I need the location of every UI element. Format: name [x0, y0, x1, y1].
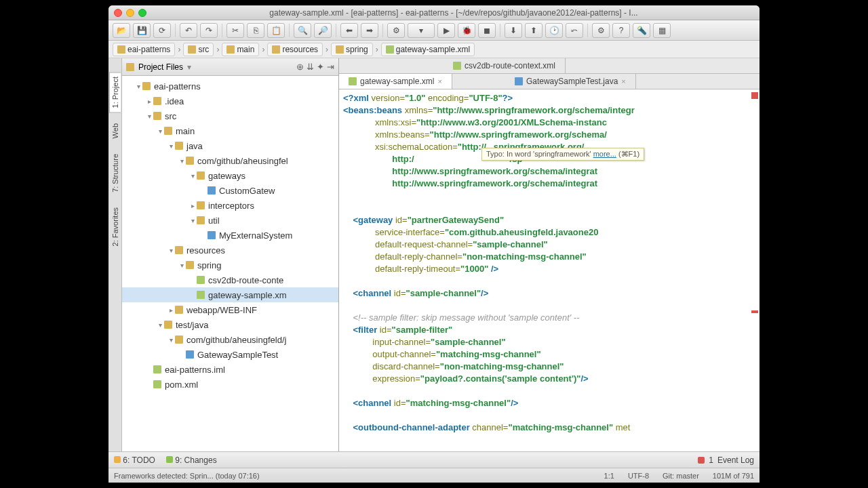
breadcrumb-item[interactable]: src	[183, 43, 214, 56]
close-tab-icon[interactable]: ×	[437, 77, 441, 85]
project-view-dropdown[interactable]: ▾	[187, 62, 191, 72]
open-file-icon[interactable]: 📂	[113, 23, 130, 38]
tree-twisty-icon[interactable]: ▾	[145, 113, 153, 120]
tree-row[interactable]: ▸.idea	[122, 94, 338, 108]
editor-tab[interactable]: csv2db-route-context.xml	[443, 58, 566, 73]
replace-icon[interactable]: 🔎	[314, 23, 332, 38]
status-frameworks[interactable]: Frameworks detected: Sprin... (today 07:…	[114, 472, 260, 480]
tree-row[interactable]: ▾com/github/aheusingfeld/j	[122, 332, 338, 347]
tree-row[interactable]: eai-patterns.iml	[122, 362, 338, 377]
tree-row[interactable]: ▾test/java	[122, 317, 338, 332]
run-config-dropdown[interactable]: ▾	[408, 23, 435, 38]
sync-icon[interactable]: ⟳	[153, 23, 171, 38]
tree-row[interactable]: ▾spring	[122, 258, 338, 272]
panel-settings-icon[interactable]: ✦	[317, 62, 324, 72]
tree-row[interactable]: ▸interceptors	[122, 198, 338, 213]
undo-icon[interactable]: ↶	[180, 23, 197, 38]
tree-row[interactable]: ▾java	[122, 138, 338, 153]
breadcrumb-item[interactable]: eai-patterns	[113, 43, 175, 56]
tree-twisty-icon[interactable]: ▾	[156, 321, 164, 329]
project-structure-icon[interactable]: ▦	[653, 23, 671, 38]
hide-panel-icon[interactable]: ⇥	[327, 62, 334, 72]
project-tree[interactable]: ▾eai-patterns▸.idea▾src▾main▾java▾com/gi…	[122, 76, 338, 451]
find-icon[interactable]: 🔍	[294, 23, 311, 38]
close-tab-icon[interactable]: ×	[621, 77, 625, 85]
tree-row[interactable]: ▾main	[122, 123, 338, 138]
locate-icon[interactable]: ⊕	[296, 62, 304, 72]
sidebar-tab-web[interactable]: Web	[110, 119, 121, 142]
tree-row[interactable]: ▸webapp/WEB-INF	[122, 302, 338, 317]
tree-twisty-icon[interactable]: ▾	[134, 83, 142, 90]
vcs-update-icon[interactable]: ⬇	[505, 23, 522, 38]
vcs-revert-icon[interactable]: ⤺	[566, 23, 583, 38]
copy-icon[interactable]: ⎘	[247, 23, 264, 38]
status-memory[interactable]: 101M of 791	[713, 472, 754, 480]
tree-row[interactable]: csv2db-route-conte	[122, 272, 338, 287]
tree-twisty-icon[interactable]: ▸	[167, 306, 175, 314]
sidebar-tab-project[interactable]: 1: Project	[109, 72, 121, 113]
tree-twisty-icon[interactable]: ▾	[156, 127, 164, 135]
hint-text: Typo: In word 'springframework'	[486, 150, 593, 158]
tree-row[interactable]: CustomGatew	[122, 183, 338, 198]
close-window-icon[interactable]	[114, 9, 122, 17]
hint-more-link[interactable]: more...	[593, 150, 616, 158]
tree-twisty-icon[interactable]: ▾	[178, 262, 186, 269]
run-icon[interactable]: ▶	[437, 23, 455, 38]
zoom-window-icon[interactable]	[138, 9, 146, 17]
collapse-all-icon[interactable]: ⇊	[307, 62, 314, 72]
tree-row[interactable]: ▾com/github/aheusingfel	[122, 153, 338, 168]
tree-twisty-icon[interactable]: ▸	[145, 98, 153, 105]
vcs-history-icon[interactable]: 🕑	[545, 23, 563, 38]
editor-tabs-upper: csv2db-route-context.xml	[339, 58, 760, 74]
error-stripe-marker[interactable]	[751, 92, 758, 99]
breadcrumb-item[interactable]: resources	[267, 43, 323, 56]
search-everywhere-icon[interactable]: 🔦	[633, 23, 650, 38]
breadcrumb-item[interactable]: gateway-sample.xml	[381, 43, 475, 56]
debug-icon[interactable]: 🐞	[458, 23, 475, 38]
tree-twisty-icon[interactable]: ▾	[167, 142, 175, 150]
redo-icon[interactable]: ↷	[200, 23, 218, 38]
status-caret-position[interactable]: 1:1	[604, 472, 614, 480]
sidebar-tab-structure[interactable]: 7: Structure	[110, 150, 121, 197]
code-editor[interactable]: <?xml version="1.0" encoding="UTF-8"?><b…	[339, 89, 760, 451]
changes-tab[interactable]: 9: Changes	[166, 455, 217, 465]
breadcrumb-item[interactable]: main	[222, 43, 259, 56]
save-icon[interactable]: 💾	[133, 23, 151, 38]
tree-row[interactable]: ▾eai-patterns	[122, 79, 338, 94]
tree-twisty-icon[interactable]: ▾	[189, 217, 197, 224]
inspection-hint-popup[interactable]: Typo: In word 'springframework' more... …	[481, 148, 644, 161]
todo-tab[interactable]: 6: TODO	[114, 455, 155, 465]
tree-twisty-icon[interactable]: ▾	[178, 157, 186, 165]
error-stripe-marker[interactable]	[751, 310, 758, 313]
tree-row[interactable]: GatewaySampleTest	[122, 347, 338, 362]
tree-twisty-icon[interactable]: ▾	[189, 172, 197, 180]
cut-icon[interactable]: ✂	[226, 23, 244, 38]
forward-icon[interactable]: ➡	[361, 23, 378, 38]
tree-twisty-icon[interactable]: ▾	[167, 247, 175, 254]
vcs-commit-icon[interactable]: ⬆	[525, 23, 542, 38]
status-git-branch[interactable]: Git: master	[663, 472, 699, 480]
event-log-tab[interactable]: Event Log	[717, 455, 754, 465]
tree-row[interactable]: MyExternalSystem	[122, 228, 338, 243]
tree-row[interactable]: ▾gateways	[122, 168, 338, 183]
editor-tab[interactable]: GatewaySampleTest.java×	[505, 74, 636, 89]
status-encoding[interactable]: UTF-8	[628, 472, 649, 480]
titlebar[interactable]: gateway-sample.xml - [eai-patterns] - ea…	[108, 5, 760, 20]
tree-row[interactable]: ▾util	[122, 213, 338, 228]
build-icon[interactable]: ⚙	[387, 23, 405, 38]
breadcrumb-item[interactable]: spring	[331, 43, 373, 56]
tree-twisty-icon[interactable]: ▾	[167, 336, 175, 344]
editor-tab[interactable]: gateway-sample.xml×	[339, 74, 452, 89]
tree-row[interactable]: gateway-sample.xm	[122, 287, 338, 302]
help-icon[interactable]: ?	[612, 23, 630, 38]
stop-icon[interactable]: ◼	[478, 23, 496, 38]
tree-row[interactable]: ▾resources	[122, 243, 338, 258]
paste-icon[interactable]: 📋	[267, 23, 285, 38]
minimize-window-icon[interactable]	[126, 9, 134, 17]
sidebar-tab-favorites[interactable]: 2: Favorites	[110, 203, 121, 250]
tree-row[interactable]: pom.xml	[122, 377, 338, 392]
settings-icon[interactable]: ⚙	[592, 23, 610, 38]
back-icon[interactable]: ⬅	[340, 23, 358, 38]
tree-twisty-icon[interactable]: ▸	[189, 202, 197, 209]
tree-row[interactable]: ▾src	[122, 108, 338, 123]
